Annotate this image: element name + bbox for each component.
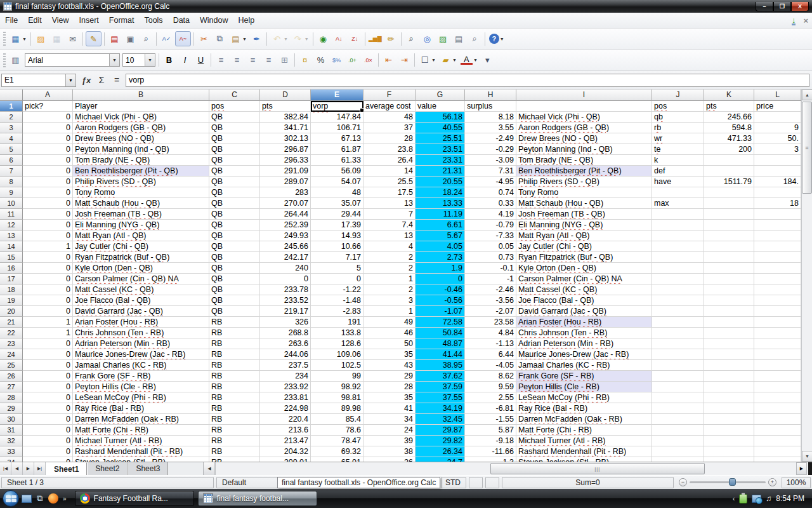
cell-J33[interactable] [652,446,704,457]
font-color-icon[interactable]: A▼ [459,53,479,68]
row-header-13[interactable]: 13 [0,231,23,241]
cell-L20[interactable] [754,306,801,317]
cell-L4[interactable]: 50. [754,133,801,144]
cell-K19[interactable] [704,295,754,306]
cell-D2[interactable]: 382.84 [260,112,311,123]
cut-icon[interactable]: ✂ [197,31,211,46]
row-header-24[interactable]: 24 [0,349,23,360]
cell-D14[interactable]: 245.66 [260,241,311,252]
cell-A26[interactable]: 0 [23,371,73,382]
cell-A22[interactable]: 1 [23,328,73,338]
cell-D25[interactable]: 237.5 [260,360,311,371]
cell-D6[interactable]: 296.33 [260,155,311,166]
cell-E15[interactable]: 7.17 [311,252,363,263]
horizontal-scrollbar[interactable]: ||| ▶ [215,462,812,475]
font-size-combo[interactable]: 10 ▼ [122,53,155,67]
cell-D34[interactable]: 200.01 [260,457,311,462]
cell-F2[interactable]: 48 [363,112,416,123]
sort-descending-icon[interactable]: Z↓ [348,31,362,46]
cell-A16[interactable]: 0 [23,263,73,274]
vertical-scroll-thumb[interactable]: ≡ [802,102,812,194]
cell-H16[interactable]: -0.1 [465,263,516,274]
chevron-down-icon[interactable]: ▼ [145,54,155,66]
cell-L33[interactable] [754,446,801,457]
menu-help[interactable]: Help [233,13,260,27]
cell-L27[interactable] [754,382,801,392]
cell-C24[interactable]: RB [209,349,260,360]
chevron-down-icon[interactable]: ▼ [22,37,27,41]
cell-B31[interactable]: Matt Forte (Chi - RB) [73,425,209,436]
cell-D29[interactable]: 224.98 [260,403,311,414]
cell-J1[interactable]: pos [652,101,704,112]
taskbar-button-chrome[interactable]: Fantasy Football Ra... [75,491,194,506]
cell-F20[interactable]: 1 [363,306,416,317]
cell-G33[interactable]: 26.34 [416,446,465,457]
column-header-A[interactable]: A [23,90,73,101]
cell-D28[interactable]: 233.81 [260,392,311,403]
row-header-29[interactable]: 29 [0,403,23,414]
cell-J15[interactable] [652,252,704,263]
equals-icon[interactable]: = [109,75,124,85]
row-header-20[interactable]: 20 [0,306,23,317]
cell-F24[interactable]: 35 [363,349,416,360]
cell-D21[interactable]: 326 [260,317,311,328]
row-header-16[interactable]: 16 [0,263,23,274]
cell-A5[interactable]: 0 [23,144,73,155]
cell-C20[interactable]: QB [209,306,260,317]
cell-J23[interactable] [652,338,704,349]
cell-H8[interactable]: -4.95 [465,177,516,187]
cell-G22[interactable]: 50.84 [416,328,465,338]
cell-J17[interactable] [652,274,704,284]
cell-J7[interactable]: def [652,166,704,177]
navigator-icon[interactable]: ◎ [420,31,435,46]
cell-F18[interactable]: 2 [363,284,416,295]
cell-E32[interactable]: 78.47 [311,436,363,446]
cell-A4[interactable]: 0 [23,133,73,144]
cell-B17[interactable]: Carson Palmer (Cin - QB) NA [73,274,209,284]
cell-D18[interactable]: 233.78 [260,284,311,295]
cell-H22[interactable]: 4.84 [465,328,516,338]
cell-H19[interactable]: -3.56 [465,295,516,306]
cell-F32[interactable]: 39 [363,436,416,446]
cell-G16[interactable]: 1.9 [416,263,465,274]
cell-F3[interactable]: 37 [363,123,416,133]
cell-H10[interactable]: 0.33 [465,198,516,209]
sheet-tab-sheet1[interactable]: Sheet1 [46,462,87,475]
cell-L32[interactable] [754,436,801,446]
cell-H30[interactable]: -1.55 [465,414,516,425]
cell-B21[interactable]: Arian Foster (Hou - RB) [73,317,209,328]
cell-D32[interactable]: 213.47 [260,436,311,446]
cell-I23[interactable]: Adrian Peterson (Min - RB) [516,338,652,349]
cell-G31[interactable]: 29.87 [416,425,465,436]
scroll-right-icon[interactable]: ▶ [796,462,807,475]
currency-icon[interactable]: ¤ [298,53,312,68]
cell-A14[interactable]: 1 [23,241,73,252]
cell-G9[interactable]: 18.24 [416,187,465,198]
cell-B30[interactable]: Darren McFadden (Oak - RB) [73,414,209,425]
cell-E6[interactable]: 61.33 [311,155,363,166]
cell-D13[interactable]: 249.93 [260,231,311,241]
cell-J13[interactable] [652,231,704,241]
copy-icon[interactable]: ⧉ [213,31,227,46]
cell-B9[interactable]: Tony Romo [73,187,209,198]
firefox-icon[interactable] [48,493,58,504]
format-paintbrush-icon[interactable]: ✒ [249,31,264,46]
cell-F4[interactable]: 28 [363,133,416,144]
cell-I16[interactable]: Kyle Orton (Den - QB) [516,263,652,274]
chevron-down-icon[interactable]: ▼ [452,58,457,62]
cell-D15[interactable]: 242.17 [260,252,311,263]
cell-K14[interactable] [704,241,754,252]
cell-C32[interactable]: RB [209,436,260,446]
selection-mode[interactable] [469,477,483,488]
chevron-down-icon[interactable]: ▼ [500,37,504,41]
cell-I18[interactable]: Matt Cassel (KC - QB) [516,284,652,295]
cell-I32[interactable]: Michael Turner (Atl - RB) [516,436,652,446]
increase-indent-icon[interactable]: ⇥ [397,53,412,68]
cell-F13[interactable]: 13 [363,231,416,241]
cell-A23[interactable]: 0 [23,338,73,349]
cell-K34[interactable] [704,457,754,462]
cell-F19[interactable]: 3 [363,295,416,306]
cell-G20[interactable]: -1.07 [416,306,465,317]
cell-F34[interactable]: 26 [363,457,416,462]
cell-I11[interactable]: Josh Freeman (TB - QB) [516,209,652,220]
